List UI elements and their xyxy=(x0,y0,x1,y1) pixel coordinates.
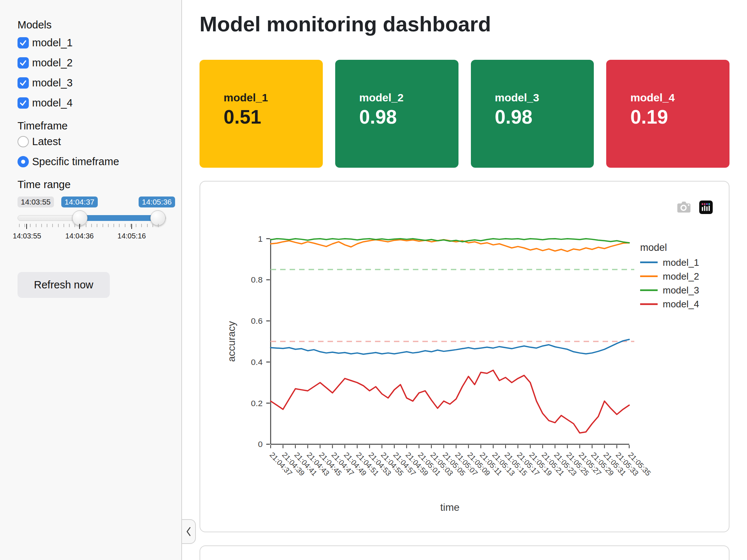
svg-text:0.8: 0.8 xyxy=(251,275,263,284)
slider-min-label: 14:03:55 xyxy=(18,197,54,207)
legend-item-model_4[interactable]: model_4 xyxy=(640,299,699,310)
slider-grid-tick xyxy=(24,224,25,227)
main-content: Model monitoring dashboard model_1 0.51 … xyxy=(182,0,747,560)
value-box-value: 0.98 xyxy=(359,106,451,128)
checkbox-label: model_2 xyxy=(32,57,73,69)
checkbox-model-4[interactable] xyxy=(18,97,29,109)
slider-grid-tick xyxy=(91,224,92,227)
svg-text:model_3: model_3 xyxy=(663,285,699,296)
checkbox-row-model-1[interactable]: model_1 xyxy=(18,37,164,49)
radio-latest[interactable] xyxy=(18,136,29,147)
slider-grid-tick xyxy=(147,224,148,227)
plotly-modebar xyxy=(677,201,713,214)
slider-grid-tick xyxy=(102,224,103,227)
value-box-value: 0.98 xyxy=(495,106,587,128)
time-range-slider[interactable]: 14:03:55 14:04:37 14:05:36 14:03:55 14:0… xyxy=(18,197,164,246)
checkbox-model-2[interactable] xyxy=(18,57,29,69)
slider-grid-label: 14:05:16 xyxy=(117,232,146,240)
slider-grid-tick xyxy=(41,224,42,227)
slider-handle-from[interactable] xyxy=(72,210,88,226)
checkbox-label: model_1 xyxy=(32,37,73,49)
value-box-model-1: model_1 0.51 xyxy=(200,60,323,168)
accuracy-chart-card: 00.20.40.60.8121:04:3721:04:3921:04:4121… xyxy=(200,181,729,532)
refresh-button[interactable]: Refresh now xyxy=(18,272,110,298)
svg-text:0: 0 xyxy=(258,439,263,449)
radio-label: Specific timeframe xyxy=(32,156,119,168)
slider-grid-tick xyxy=(69,224,70,227)
series-line-model_4 xyxy=(271,370,629,433)
value-boxes-row: model_1 0.51 model_2 0.98 model_3 0.98 m… xyxy=(200,60,729,168)
value-box-label: model_3 xyxy=(495,91,587,104)
slider-grid-tick xyxy=(158,224,159,227)
plotly-logo-icon[interactable] xyxy=(699,201,713,214)
legend-item-model_3[interactable]: model_3 xyxy=(640,285,699,296)
timeframe-group: Timeframe Latest Specific timeframe xyxy=(18,120,164,168)
value-box-model-4: model_4 0.19 xyxy=(606,60,729,168)
slider-selected-range xyxy=(80,215,158,221)
slider-grid-tick xyxy=(58,224,59,227)
slider-from-value: 14:04:37 xyxy=(61,197,98,207)
svg-text:model_2: model_2 xyxy=(663,271,699,282)
slider-grid-tick xyxy=(141,224,142,227)
checkbox-row-model-2[interactable]: model_2 xyxy=(18,57,164,69)
series-line-model_3 xyxy=(271,238,629,242)
value-box-model-2: model_2 0.98 xyxy=(335,60,458,168)
checkbox-row-model-4[interactable]: model_4 xyxy=(18,97,164,109)
slider-grid-tick xyxy=(74,224,75,227)
time-range-label: Time range xyxy=(18,179,164,191)
slider-track[interactable] xyxy=(18,215,166,221)
chart-legend: modelmodel_1model_2model_3model_4 xyxy=(640,242,699,310)
slider-grid-tick xyxy=(36,224,36,227)
models-group: Models model_1 model_2 model_3 model_4 xyxy=(18,19,164,109)
next-card-top-edge xyxy=(200,545,729,560)
camera-icon[interactable] xyxy=(677,201,691,214)
radio-row-specific-timeframe[interactable]: Specific timeframe xyxy=(18,156,164,168)
radio-label: Latest xyxy=(32,136,61,148)
sidebar-collapse-toggle[interactable] xyxy=(182,519,196,544)
time-range-group: Time range 14:03:55 14:04:37 14:05:36 14… xyxy=(18,179,164,246)
check-icon xyxy=(18,78,28,88)
svg-text:time: time xyxy=(440,502,460,513)
slider-grid-tick xyxy=(86,224,86,227)
value-box-label: model_4 xyxy=(630,91,722,104)
svg-text:1: 1 xyxy=(258,234,263,243)
slider-grid-tick xyxy=(113,224,114,227)
sidebar: Models model_1 model_2 model_3 model_4 T… xyxy=(0,0,182,560)
slider-handle-to[interactable] xyxy=(150,210,166,226)
checkbox-label: model_3 xyxy=(32,77,73,89)
svg-text:0.2: 0.2 xyxy=(251,398,263,408)
svg-text:accuracy: accuracy xyxy=(226,321,237,362)
slider-grid-tick xyxy=(108,224,109,227)
slider-grid-tick xyxy=(80,224,81,227)
svg-text:model_1: model_1 xyxy=(663,257,699,268)
slider-grid-label: 14:03:55 xyxy=(13,232,41,240)
slider-grid-tick xyxy=(136,224,136,227)
slider-grid-major-tick xyxy=(26,224,27,229)
svg-text:0.4: 0.4 xyxy=(251,357,263,367)
checkbox-model-3[interactable] xyxy=(18,77,29,89)
slider-grid-major-tick xyxy=(131,224,132,229)
legend-item-model_2[interactable]: model_2 xyxy=(640,271,699,282)
timeframe-label: Timeframe xyxy=(18,120,164,132)
check-icon xyxy=(18,38,28,48)
chevron-left-icon xyxy=(185,526,192,537)
value-box-value: 0.51 xyxy=(224,106,316,128)
radio-specific-timeframe[interactable] xyxy=(18,156,29,167)
svg-text:model_4: model_4 xyxy=(663,299,699,310)
slider-grid-tick xyxy=(97,224,97,227)
models-label: Models xyxy=(18,19,164,31)
checkbox-label: model_4 xyxy=(32,97,73,109)
slider-grid-tick xyxy=(130,224,131,227)
slider-grid-tick xyxy=(30,224,31,227)
slider-grid-tick xyxy=(152,224,153,227)
slider-grid-tick xyxy=(52,224,53,227)
slider-grid-tick xyxy=(47,224,47,227)
value-box-value: 0.19 xyxy=(630,106,722,128)
checkbox-row-model-3[interactable]: model_3 xyxy=(18,77,164,89)
checkbox-model-1[interactable] xyxy=(18,37,29,48)
slider-grid-tick xyxy=(119,224,120,227)
page-title: Model monitoring dashboard xyxy=(200,12,729,36)
radio-row-latest[interactable]: Latest xyxy=(18,136,164,148)
legend-item-model_1[interactable]: model_1 xyxy=(640,257,699,268)
value-box-label: model_2 xyxy=(359,91,451,104)
